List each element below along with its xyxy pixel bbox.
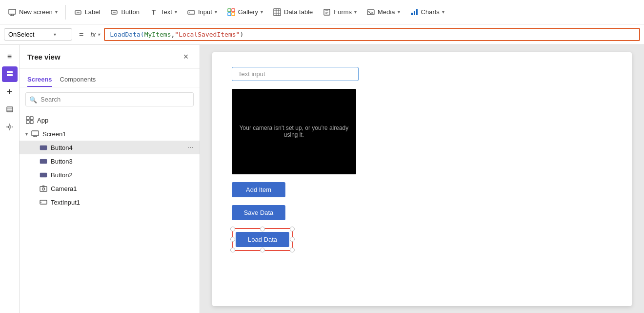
formula-input[interactable]: LoadData( MyItems , "LocalSavedItems" )	[104, 28, 640, 41]
formula-fx-label: fx	[90, 31, 96, 39]
svg-rect-25	[411, 13, 413, 15]
text-label: Text	[161, 8, 172, 16]
formula-eq-symbol: =	[76, 30, 86, 39]
button-label: Button	[121, 8, 140, 16]
tree-item-app[interactable]: App	[20, 113, 200, 127]
charts-label: Charts	[421, 8, 440, 16]
formula-function: LoadData(	[110, 31, 144, 38]
toolbar-button[interactable]: Button	[106, 6, 143, 19]
save-data-button[interactable]: Save Data	[232, 205, 285, 220]
toolbar-gallery[interactable]: Gallery ▾	[223, 6, 267, 19]
svg-rect-26	[414, 11, 415, 15]
handle-top-left[interactable]	[230, 227, 235, 231]
sidebar-icon-hamburger[interactable]: ≡	[2, 49, 18, 64]
toolbar-forms[interactable]: Forms ▾	[319, 6, 361, 19]
load-data-wrapper: Load Data	[232, 228, 293, 251]
sidebar-icon-add[interactable]: +	[2, 84, 18, 100]
toolbar-media[interactable]: Media ▾	[362, 6, 403, 19]
tree-item-textinput1[interactable]: TextInput1	[20, 195, 200, 209]
app-icon	[25, 116, 34, 125]
formula-param1: MyItems	[144, 31, 171, 38]
formula-fx-chevron: ▾	[98, 32, 100, 37]
toolbar-label[interactable]: Label	[70, 6, 104, 19]
toolbar-charts[interactable]: Charts ▾	[406, 6, 448, 19]
sidebar-icon-layers[interactable]	[2, 66, 18, 82]
formula-close: )	[240, 31, 243, 38]
label-btn-label: Label	[85, 8, 101, 16]
tab-screens[interactable]: Screens	[27, 73, 52, 87]
main-toolbar: New screen ▾ Label Button T Text ▾	[0, 0, 644, 24]
toolbar-new-screen[interactable]: New screen ▾	[4, 6, 61, 19]
toolbar-text[interactable]: T Text ▾	[145, 6, 181, 19]
handle-top-right[interactable]	[290, 227, 295, 231]
search-input[interactable]	[25, 92, 194, 106]
canvas-text-input[interactable]: Text input	[232, 67, 359, 81]
button2-icon	[39, 170, 48, 179]
charts-chevron: ▾	[442, 9, 444, 15]
sidebar-icon-database[interactable]	[2, 102, 18, 117]
toolbar-data-table[interactable]: Data table	[269, 6, 317, 19]
tree-panel: Tree view × Screens Components 🔍	[20, 45, 200, 313]
handle-mid-right[interactable]	[290, 237, 295, 242]
add-item-button[interactable]: Add Item	[232, 182, 285, 197]
button-icon	[110, 8, 119, 17]
screen-icon	[8, 8, 17, 17]
gallery-label: Gallery	[238, 8, 258, 16]
canvas-area: Text input Your camera isn't set up, or …	[200, 45, 644, 313]
formula-string: "LocalSavedItems"	[175, 31, 240, 38]
input-label: Input	[198, 8, 212, 16]
textinput1-icon	[39, 198, 48, 207]
formula-fx-btn[interactable]: fx ▾	[90, 31, 100, 39]
toolbar-input[interactable]: Input ▾	[183, 6, 221, 19]
tree-item-button3[interactable]: Button3	[20, 154, 200, 168]
button4-more[interactable]: ···	[187, 143, 194, 152]
charts-icon	[410, 8, 419, 17]
text-icon: T	[149, 8, 158, 17]
button3-icon	[39, 157, 48, 166]
textinput1-label: TextInput1	[51, 199, 194, 206]
datatable-icon	[273, 8, 282, 17]
media-label: Media	[378, 8, 395, 16]
button4-label: Button4	[51, 144, 184, 151]
text-chevron: ▾	[175, 9, 177, 15]
tree-close-button[interactable]: ×	[180, 51, 192, 63]
svg-rect-10	[228, 9, 231, 12]
handle-top-mid[interactable]	[260, 227, 265, 231]
sidebar-icons: ≡ +	[0, 45, 20, 313]
handle-bottom-left[interactable]	[230, 248, 235, 252]
formula-selector[interactable]: OnSelect ▾	[4, 28, 72, 41]
tree-item-button2[interactable]: Button2	[20, 168, 200, 182]
tree-item-camera1[interactable]: Camera1	[20, 182, 200, 195]
forms-icon	[322, 8, 331, 17]
svg-rect-0	[9, 9, 16, 14]
svg-rect-8	[188, 11, 195, 14]
sidebar-icon-tools[interactable]	[2, 119, 18, 135]
svg-rect-11	[232, 9, 235, 12]
svg-rect-46	[40, 146, 47, 150]
tab-components[interactable]: Components	[60, 73, 96, 87]
button2-label: Button2	[51, 171, 194, 179]
load-data-button[interactable]: Load Data	[236, 232, 289, 247]
tree-item-screen1[interactable]: ▾ Screen1	[20, 127, 200, 141]
tree-item-button4[interactable]: Button4 ···	[20, 141, 200, 154]
camera1-label: Camera1	[51, 185, 194, 192]
svg-rect-47	[40, 159, 47, 164]
new-screen-chevron: ▾	[55, 9, 58, 15]
svg-point-33	[8, 126, 11, 128]
data-table-label: Data table	[284, 8, 313, 16]
formula-selector-label: OnSelect	[8, 31, 34, 38]
app-label: App	[37, 117, 194, 124]
svg-rect-39	[30, 117, 33, 120]
svg-rect-29	[7, 74, 13, 76]
handle-bottom-mid[interactable]	[260, 248, 265, 252]
search-icon: 🔍	[29, 96, 37, 103]
main-layout: ≡ + Tree view	[0, 45, 644, 313]
forms-label: Forms	[334, 8, 352, 16]
tree-title: Tree view	[27, 53, 60, 61]
toolbar-divider-1	[65, 5, 66, 20]
handle-bottom-right[interactable]	[290, 248, 295, 252]
handle-mid-left[interactable]	[230, 237, 235, 242]
formula-comma: ,	[171, 31, 175, 38]
screen1-icon	[31, 129, 40, 138]
camera-message: Your camera isn't set up, or you're alre…	[232, 120, 356, 143]
